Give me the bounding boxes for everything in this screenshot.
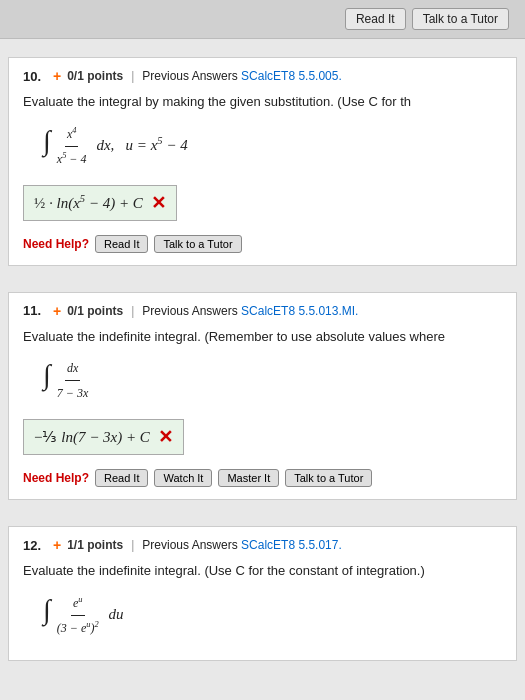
answer-text-11: −⅓ ln(7 − 3x) + C xyxy=(34,428,150,446)
question-11-text: Evaluate the indefinite integral. (Remem… xyxy=(23,327,502,347)
numerator-12: eu xyxy=(71,591,85,616)
course-code-12[interactable]: SCalcET8 5.5.017. xyxy=(241,538,342,552)
talk-to-tutor-button-10[interactable]: Talk to a Tutor xyxy=(154,235,241,253)
prev-answers-10: Previous Answers SCalcET8 5.5.005. xyxy=(142,69,341,83)
question-12-block: 12. + 1/1 points | Previous Answers SCal… xyxy=(8,526,517,661)
plus-icon-11: + xyxy=(53,303,61,319)
top-bar: Read It Talk to a Tutor xyxy=(0,0,525,39)
fraction-12: eu (3 − eu)2 xyxy=(55,591,101,640)
need-help-label-10: Need Help? xyxy=(23,237,89,251)
answer-box-11: −⅓ ln(7 − 3x) + C ✕ xyxy=(23,419,184,455)
prev-answers-11: Previous Answers SCalcET8 5.5.013.MI. xyxy=(142,304,358,318)
question-12-integral: ∫ eu (3 − eu)2 du xyxy=(43,591,502,640)
question-12-text: Evaluate the indefinite integral. (Use C… xyxy=(23,561,502,581)
watch-it-button-11[interactable]: Watch It xyxy=(154,469,212,487)
need-help-label-11: Need Help? xyxy=(23,471,89,485)
need-help-11: Need Help? Read It Watch It Master It Ta… xyxy=(23,469,502,487)
course-code-11[interactable]: SCalcET8 5.5.013.MI. xyxy=(241,304,358,318)
need-help-10: Need Help? Read It Talk to a Tutor xyxy=(23,235,502,253)
question-10-header: 10. + 0/1 points | Previous Answers SCal… xyxy=(23,68,502,84)
question-10-block: 10. + 0/1 points | Previous Answers SCal… xyxy=(8,57,517,266)
dx-10: dx, u = x5 − 4 xyxy=(93,137,188,153)
question-11-header: 11. + 0/1 points | Previous Answers SCal… xyxy=(23,303,502,319)
question-10-text: Evaluate the integral by making the give… xyxy=(23,92,502,112)
question-11-integral: ∫ dx 7 − 3x xyxy=(43,356,502,405)
points-11: 0/1 points xyxy=(67,304,123,318)
integral-sign-12: ∫ xyxy=(43,594,51,625)
read-it-button-11[interactable]: Read It xyxy=(95,469,148,487)
read-it-button-top[interactable]: Read It xyxy=(345,8,406,30)
plus-icon-12: + xyxy=(53,537,61,553)
denominator-10: x5 − 4 xyxy=(55,147,89,171)
talk-to-tutor-button-top[interactable]: Talk to a Tutor xyxy=(412,8,509,30)
course-code-10[interactable]: SCalcET8 5.5.005. xyxy=(241,69,342,83)
integral-sign-11: ∫ xyxy=(43,359,51,390)
question-12-number: 12. xyxy=(23,538,47,553)
question-11-block: 11. + 0/1 points | Previous Answers SCal… xyxy=(8,292,517,501)
answer-box-10: ½ · ln(x5 − 4) + C ✕ xyxy=(23,185,177,221)
fraction-11: dx 7 − 3x xyxy=(55,356,90,405)
master-it-button-11[interactable]: Master It xyxy=(218,469,279,487)
question-10-number: 10. xyxy=(23,69,47,84)
points-10: 0/1 points xyxy=(67,69,123,83)
question-10-integral: ∫ x4 x5 − 4 dx, u = x5 − 4 xyxy=(43,122,502,171)
read-it-button-10[interactable]: Read It xyxy=(95,235,148,253)
fraction-10: x4 x5 − 4 xyxy=(55,122,89,171)
wrong-mark-10[interactable]: ✕ xyxy=(151,192,166,214)
plus-icon-10: + xyxy=(53,68,61,84)
du-12: du xyxy=(105,606,124,622)
numerator-11: dx xyxy=(65,356,80,381)
denominator-11: 7 − 3x xyxy=(55,381,90,405)
wrong-mark-11[interactable]: ✕ xyxy=(158,426,173,448)
points-12: 1/1 points xyxy=(67,538,123,552)
prev-answers-12: Previous Answers SCalcET8 5.5.017. xyxy=(142,538,341,552)
numerator-10: x4 xyxy=(65,122,79,147)
integral-sign-10: ∫ xyxy=(43,125,51,156)
question-11-number: 11. xyxy=(23,303,47,318)
denominator-12: (3 − eu)2 xyxy=(55,616,101,640)
answer-text-10: ½ · ln(x5 − 4) + C xyxy=(34,193,143,212)
question-12-header: 12. + 1/1 points | Previous Answers SCal… xyxy=(23,537,502,553)
talk-to-tutor-button-11[interactable]: Talk to a Tutor xyxy=(285,469,372,487)
